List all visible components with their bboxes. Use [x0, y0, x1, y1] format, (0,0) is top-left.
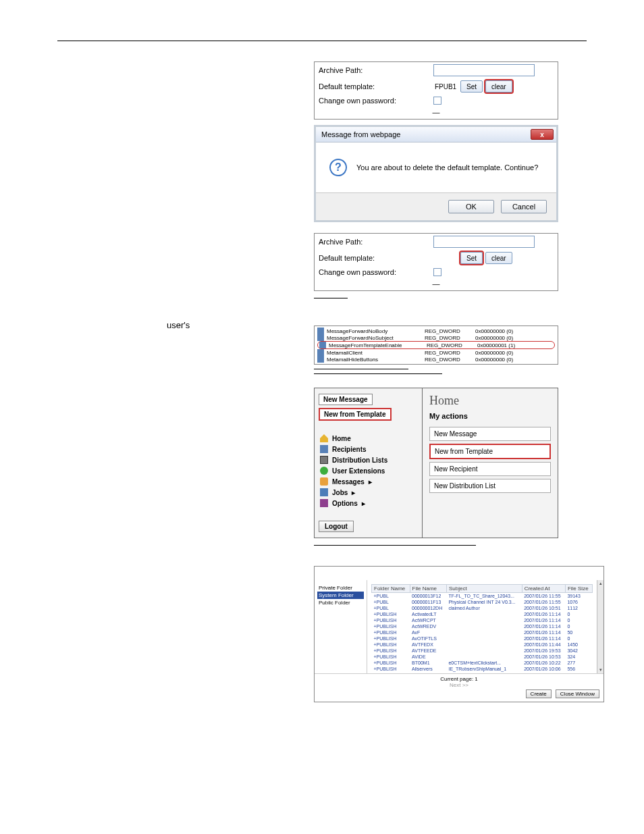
jobs-icon [320, 488, 328, 496]
cell: ActWREDV [410, 623, 446, 629]
table-row[interactable]: +PUBL000000012DHclaimed Author2007/01/26… [372, 605, 593, 611]
cell: 277 [565, 660, 592, 666]
cell: +PUBL [372, 593, 410, 600]
default-template-label: Default template: [319, 82, 433, 90]
nav-jobs[interactable]: Jobs [319, 487, 418, 498]
registry-value: 0x00000000 (0) [475, 357, 555, 363]
nav-recipients[interactable]: Recipients [319, 444, 418, 454]
cell: AVIDE [410, 654, 446, 660]
home-heading: Home [429, 394, 551, 408]
folder-public[interactable]: Public Folder [317, 599, 364, 606]
scroll-down-icon[interactable]: ▾ [599, 667, 602, 673]
clear-button-2[interactable]: clear [485, 252, 512, 264]
action-new-from-template[interactable]: New from Template [429, 444, 551, 459]
cell: ActWRCPT [410, 617, 446, 623]
cell: +PUBLISH [372, 635, 410, 642]
folder-private[interactable]: Private Folder [317, 584, 364, 592]
action-new-message[interactable]: New Message [429, 427, 551, 441]
cell: 39143 [565, 593, 592, 600]
table-row[interactable]: +PUBLISHAllserversIE_TRobservShipManual_… [372, 666, 593, 672]
cell: 2007/01/26 11:14 [522, 635, 565, 642]
table-row[interactable]: +PUBLISHAvOTIFTLS2007/01/26 11:140 [372, 635, 593, 642]
rule [314, 298, 348, 298]
pagination-label: Current page: 1 [319, 676, 599, 682]
set-button-2[interactable]: Set [460, 252, 483, 264]
cell: claimed Author [446, 605, 522, 611]
table-row[interactable]: +PUBLISHAVTFEEDE2007/01/26 19:533042 [372, 648, 593, 654]
table-row[interactable]: +PUBLISHAVTFEDX2007/01/26 11:441450 [372, 642, 593, 648]
registry-row[interactable]: MessageFromTemplateEnableREG_DWORD0x0000… [317, 341, 555, 349]
col-size[interactable]: File Size [565, 585, 592, 593]
change-password-checkbox[interactable] [433, 97, 441, 105]
registry-listing: MessageForwardNoBodyREG_DWORD0x00000000 … [314, 325, 558, 365]
close-window-button[interactable]: Close Window [556, 689, 599, 698]
page-top-rule [57, 41, 587, 41]
registry-value: 0x00000000 (0) [475, 350, 555, 356]
registry-type: REG_DWORD [425, 350, 475, 356]
cell: +PUBL [372, 605, 410, 611]
action-new-recipient[interactable]: New Recipient [429, 462, 551, 476]
nav-messages[interactable]: Messages [319, 476, 418, 487]
change-password-checkbox-2[interactable] [433, 268, 441, 276]
clear-button[interactable]: clear [485, 80, 512, 93]
template-chooser-window: Private Folder System Folder Public Fold… [314, 566, 604, 702]
cell: AVTFEDX [410, 642, 446, 648]
table-row[interactable]: +PUBL00000011F13Physical Channel INT 24 … [372, 599, 593, 605]
registry-row[interactable]: MessageForwardNoSubjectREG_DWORD0x000000… [317, 334, 555, 341]
action-new-distribution-list[interactable]: New Distribution List [429, 479, 551, 493]
registry-type: REG_DWORD [425, 328, 475, 334]
close-icon[interactable]: x [531, 129, 554, 140]
new-from-template-button[interactable]: New from Template [319, 408, 392, 421]
archive-path-input[interactable] [433, 64, 535, 76]
next-link[interactable]: Next >> [319, 682, 599, 688]
table-row[interactable]: +PUBLISHActWREDV2007/01/26 11:140 [372, 623, 593, 629]
registry-row[interactable]: MetamailClientREG_DWORD0x00000000 (0) [317, 349, 555, 356]
ok-button[interactable]: OK [448, 200, 494, 213]
cell: +PUBLISH [372, 660, 410, 666]
cell [446, 635, 522, 642]
table-row[interactable]: +PUBLISHAVIDE2007/01/26 10:53324 [372, 654, 593, 660]
new-message-button[interactable]: New Message [319, 394, 373, 405]
cell: +PUBLISH [372, 654, 410, 660]
cell: +PUBLISH [372, 642, 410, 648]
registry-value: 0x00000000 (0) [475, 328, 555, 334]
table-row[interactable]: +PUBLISHActivatedLT2007/01/26 11:140 [372, 611, 593, 617]
rule [314, 373, 442, 374]
archive-path-label-2: Archive Path: [319, 238, 433, 246]
table-row[interactable]: +PUBL00000013F12TF-FL_TO_TC_Share_12043.… [372, 593, 593, 600]
table-row[interactable]: +PUBLISHBT00M1e0CTSM+textClickstart...20… [372, 660, 593, 666]
registry-row[interactable]: MetamailHideButtonsREG_DWORD0x00000000 (… [317, 356, 555, 363]
logout-button[interactable]: Logout [319, 521, 354, 532]
cell: 2007/01/26 11:14 [522, 623, 565, 629]
cancel-button[interactable]: Cancel [501, 200, 547, 213]
cell: 3042 [565, 648, 592, 654]
create-button[interactable]: Create [526, 689, 552, 698]
col-subject[interactable]: Subject [446, 585, 522, 593]
table-row[interactable]: +PUBLISHActWRCPT2007/01/26 11:140 [372, 617, 593, 623]
col-file[interactable]: File Name [410, 585, 446, 593]
registry-row[interactable]: MessageForwardNoBodyREG_DWORD0x00000000 … [317, 328, 555, 334]
cell: 2007/01/26 10:06 [522, 666, 565, 672]
nav-options[interactable]: Options [319, 498, 418, 509]
folder-system[interactable]: System Folder [317, 592, 364, 599]
registry-dword-icon [317, 349, 324, 356]
nav-user-extensions[interactable]: User Extensions [319, 465, 418, 476]
cell: 2007/01/26 11:55 [522, 593, 565, 600]
archive-path-input-2[interactable] [433, 236, 535, 248]
nav-home[interactable]: Home [319, 433, 418, 444]
cell: 0 [565, 635, 592, 642]
cell: 00000013F12 [410, 593, 446, 600]
registry-dword-icon [319, 342, 326, 348]
cell: AvOTIFTLS [410, 635, 446, 642]
scroll-up-icon[interactable]: ▴ [599, 581, 602, 586]
set-button[interactable]: Set [460, 80, 483, 93]
table-row[interactable]: +PUBLISHAvF2007/01/26 11:1450 [372, 629, 593, 635]
col-folder[interactable]: Folder Name [372, 585, 410, 593]
registry-dword-icon [317, 356, 324, 363]
col-created[interactable]: Created At [522, 585, 565, 593]
nav-distribution-lists[interactable]: Distribution Lists [319, 454, 418, 465]
cell: IE_TRobservShipManual_1 [446, 666, 522, 672]
cell: 2007/01/26 19:53 [522, 648, 565, 654]
registry-dword-icon [317, 328, 324, 334]
scrollbar[interactable]: ▴ ▾ [597, 580, 603, 673]
